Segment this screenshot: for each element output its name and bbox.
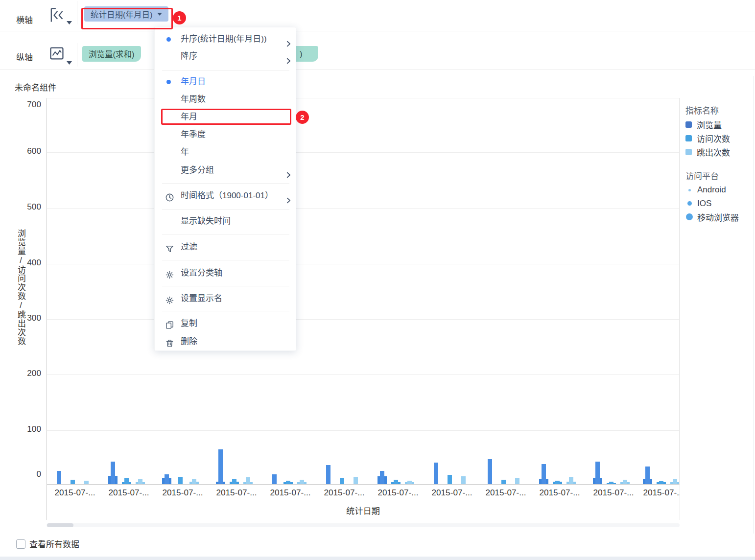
bar[interactable] (461, 476, 466, 485)
bar[interactable] (542, 464, 546, 485)
legend-platform-item[interactable]: 移动浏览器 (685, 211, 739, 222)
bar[interactable] (165, 474, 169, 485)
legend-metric-item[interactable]: 访问次数 (685, 133, 730, 143)
bar[interactable] (286, 481, 290, 485)
x-tick-label: 2015-07-... (634, 488, 680, 498)
y-tick-label: 400 (12, 257, 41, 268)
menu-item-label: 复制 (181, 315, 197, 332)
clock-icon (165, 191, 174, 200)
bar[interactable] (434, 463, 438, 485)
chart-horizontal-scrollbar[interactable] (47, 523, 680, 527)
field-dropdown-menu: 升序(统计日期(年月日))降序年月日年周数年月年季度年更多分组时间格式（1900… (154, 27, 296, 351)
bar[interactable] (380, 471, 384, 485)
copy-icon (165, 319, 174, 328)
menu-item-9[interactable]: 时间格式（1900-01-01） (155, 187, 296, 205)
bar[interactable] (488, 459, 492, 485)
value-axis-type-icon[interactable] (48, 45, 65, 62)
annotation-badge-step1: 1 (173, 11, 186, 24)
bar[interactable] (124, 478, 129, 485)
x-tick-label: 2015-07-... (153, 488, 212, 498)
menu-divider (162, 286, 289, 286)
bar[interactable] (192, 479, 196, 485)
menu-item-11[interactable]: 过滤 (155, 238, 296, 256)
y-tick-label: 700 (12, 99, 41, 110)
bar[interactable] (354, 477, 358, 485)
chevron-down-icon[interactable] (67, 58, 72, 67)
bar[interactable] (394, 480, 398, 485)
bar[interactable] (326, 465, 330, 485)
x-tick-label: 2015-07-... (423, 488, 481, 498)
bar[interactable] (501, 480, 506, 485)
gridline (47, 374, 679, 375)
menu-item-12[interactable]: 设置分类轴 (155, 264, 296, 282)
legend-metric-label: 访问次数 (697, 132, 730, 144)
menu-divider (162, 183, 289, 184)
menu-item-1[interactable]: 升序(统计日期(年月日)) (155, 30, 296, 48)
bar[interactable] (300, 480, 304, 485)
y-tick-label: 0 (12, 469, 41, 479)
selected-bullet-icon (166, 80, 171, 84)
x-tick-label: 2015-07-... (476, 488, 535, 498)
measure-field-pill-partial[interactable]: ) (296, 46, 318, 62)
bar[interactable] (515, 478, 519, 485)
scrollbar-thumb[interactable] (47, 523, 73, 527)
menu-item-10[interactable]: 显示缺失时间 (155, 212, 296, 230)
measure-field-pill[interactable]: 浏览量(求和) (82, 46, 141, 62)
menu-item-15[interactable]: 删除 (155, 333, 296, 350)
bar[interactable] (57, 471, 61, 485)
menu-item-label: 显示缺失时间 (181, 212, 231, 230)
bar[interactable] (218, 449, 223, 485)
menu-item-label: 年 (181, 143, 189, 161)
bar[interactable] (340, 478, 344, 485)
gridline (47, 152, 679, 153)
bar[interactable] (645, 467, 650, 485)
bar[interactable] (84, 481, 89, 485)
bar[interactable] (138, 479, 142, 485)
menu-item-14[interactable]: 复制 (155, 315, 296, 332)
legend-metric-item[interactable]: 浏览量 (685, 119, 722, 130)
y-tick-label: 300 (12, 313, 41, 323)
bar[interactable] (178, 477, 183, 485)
legend-platform-header: 访问平台 (685, 169, 719, 182)
legend-metric-label: 跳出次数 (697, 146, 730, 158)
menu-item-3[interactable]: 年月日 (155, 73, 296, 91)
bar[interactable] (448, 475, 452, 485)
menu-divider (162, 260, 289, 260)
date-field-pill[interactable]: 统计日期(年月日) (84, 6, 168, 22)
menu-item-label: 设置显示名 (181, 290, 222, 307)
menu-item-label: 设置分类轴 (181, 264, 222, 282)
menu-item-label: 年月日 (181, 73, 206, 91)
category-axis-type-icon[interactable] (48, 7, 65, 23)
x-tick-label: 2015-07-... (530, 488, 589, 498)
legend-platform-item[interactable]: IOS (685, 198, 711, 209)
bar[interactable] (232, 479, 236, 485)
view-all-data-checkbox[interactable] (16, 539, 25, 549)
bar[interactable] (555, 481, 560, 485)
menu-item-7[interactable]: 年 (155, 143, 296, 161)
menu-item-6[interactable]: 年季度 (155, 126, 296, 143)
bar[interactable] (673, 479, 677, 485)
menu-item-label: 升序(统计日期(年月日)) (181, 30, 267, 48)
menu-divider (162, 311, 289, 311)
menu-item-13[interactable]: 设置显示名 (155, 290, 296, 307)
menu-item-4[interactable]: 年周数 (155, 91, 296, 108)
bar[interactable] (595, 462, 600, 485)
bar[interactable] (623, 480, 627, 485)
legend-platform-item[interactable]: Android (685, 185, 726, 195)
bar[interactable] (659, 481, 663, 485)
bar[interactable] (407, 481, 412, 485)
legend-metric-item[interactable]: 跳出次数 (685, 146, 730, 157)
legend-bubble-icon (686, 213, 693, 220)
chevron-down-icon[interactable] (67, 18, 72, 26)
bar[interactable] (272, 474, 277, 485)
legend-platform-label: Android (697, 185, 726, 195)
x-axis-ticks: 2015-07-...2015-07-...2015-07-...2015-07… (47, 487, 680, 499)
bar[interactable] (569, 477, 573, 485)
bar[interactable] (71, 480, 75, 485)
bar[interactable] (246, 477, 250, 485)
bar[interactable] (609, 482, 613, 485)
menu-item-2[interactable]: 降序 (155, 47, 296, 65)
bar[interactable] (111, 462, 115, 485)
menu-item-5[interactable]: 年月 (155, 108, 296, 126)
menu-item-8[interactable]: 更多分组 (155, 162, 296, 179)
